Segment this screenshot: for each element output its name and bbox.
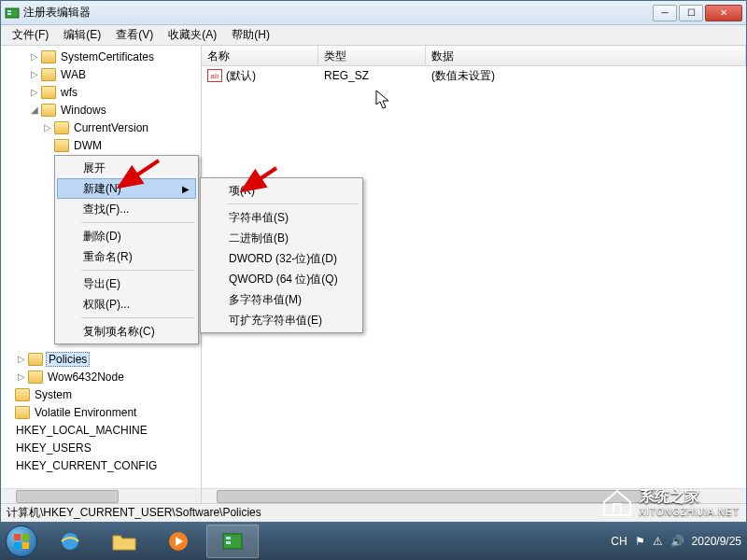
tree-item[interactable]: ▷WAB — [3, 65, 201, 83]
context-submenu-new[interactable]: 项(K)字符串值(S)二进制值(B)DWORD (32-位)值(D)QWORD … — [200, 177, 363, 333]
folder-icon — [111, 530, 137, 553]
svg-rect-1 — [7, 10, 11, 12]
menu-item[interactable]: 多字符串值(M) — [203, 289, 360, 310]
tree-item[interactable]: ▷wfs — [3, 83, 201, 101]
start-button[interactable] — [0, 523, 43, 560]
tree-item[interactable]: ▷Policies — [3, 350, 201, 368]
tree-item[interactable]: System — [3, 385, 201, 403]
menu-item-label: 删除(D) — [83, 229, 121, 245]
menu-item-label: QWORD (64 位)值(Q) — [229, 272, 338, 287]
tree-item[interactable]: HKEY_USERS — [3, 439, 201, 456]
taskbar-ie[interactable] — [44, 525, 96, 558]
taskbar-explorer[interactable] — [98, 525, 150, 558]
string-value-icon: ab — [207, 69, 222, 82]
menu-help[interactable]: 帮助(H) — [224, 25, 277, 45]
svg-rect-13 — [226, 537, 231, 539]
menu-item-label: 重命名(R) — [83, 249, 133, 265]
menu-favorites[interactable]: 收藏夹(A) — [161, 25, 224, 45]
menu-item[interactable]: 字符串值(S) — [203, 207, 360, 228]
taskbar[interactable]: CH ⚑ ⚠ 🔊 2020/9/25 — [0, 523, 747, 560]
tray-flag-icon[interactable]: ⚑ — [635, 535, 645, 548]
expand-icon[interactable]: ▷ — [16, 371, 27, 382]
menu-separator — [81, 270, 194, 271]
tray-volume-icon[interactable]: 🔊 — [670, 535, 684, 548]
tree-item[interactable]: DWM — [3, 136, 201, 154]
folder-icon — [54, 121, 69, 134]
menu-item[interactable]: 展开 — [57, 158, 196, 178]
tree-item-label: System — [33, 388, 74, 401]
menu-item-label: 项(K) — [229, 183, 255, 199]
menu-item[interactable]: 权限(P)... — [57, 294, 196, 315]
taskbar-wmp[interactable] — [152, 525, 204, 558]
folder-icon — [41, 68, 56, 81]
menu-item[interactable]: 项(K) — [203, 180, 360, 201]
tray-network-icon[interactable]: ⚠ — [653, 535, 663, 548]
taskbar-regedit[interactable] — [206, 525, 259, 558]
tree-item[interactable]: HKEY_LOCAL_MACHINE — [3, 421, 201, 439]
menu-item-label: 多字符串值(M) — [229, 292, 302, 308]
tree-item-label: Wow6432Node — [46, 371, 126, 384]
svg-rect-2 — [7, 13, 11, 15]
tree-item[interactable]: ▷CurrentVersion — [3, 119, 201, 136]
tray-ime[interactable]: CH — [611, 535, 627, 548]
tree-item[interactable]: ▷Wow6432Node — [3, 368, 201, 385]
svg-rect-14 — [226, 541, 231, 544]
maximize-button[interactable]: ☐ — [679, 5, 703, 21]
menu-separator — [81, 222, 194, 223]
tree-item-label: Policies — [46, 352, 90, 367]
col-data[interactable]: 数据 — [426, 46, 746, 65]
folder-icon — [15, 388, 30, 401]
menu-item-label: DWORD (32-位)值(D) — [229, 251, 337, 267]
menu-item[interactable]: 二进制值(B) — [203, 228, 360, 248]
tree-item[interactable]: ▷SystemCertificates — [3, 48, 201, 65]
expand-icon[interactable]: ▷ — [29, 51, 40, 62]
menu-item-label: 查找(F)... — [83, 202, 129, 217]
tree-item-label: HKEY_USERS — [14, 441, 93, 455]
menu-item[interactable]: 导出(E) — [57, 273, 196, 294]
svg-rect-8 — [14, 542, 21, 549]
expand-icon[interactable]: ▷ — [29, 87, 40, 97]
menu-item[interactable]: QWORD (64 位)值(Q) — [203, 269, 360, 289]
system-tray[interactable]: CH ⚑ ⚠ 🔊 2020/9/25 — [605, 535, 747, 548]
col-name[interactable]: 名称 — [202, 46, 318, 65]
tree-item-label: CurrentVersion — [72, 121, 150, 134]
folder-icon — [41, 86, 56, 99]
menu-item-label: 二进制值(B) — [229, 231, 289, 246]
tree-item[interactable]: ◢Windows — [3, 101, 201, 119]
tray-clock[interactable]: 2020/9/25 — [692, 535, 741, 548]
list-row[interactable]: ab(默认)REG_SZ(数值未设置) — [202, 66, 746, 85]
list-header[interactable]: 名称 类型 数据 — [202, 46, 746, 66]
submenu-arrow-icon: ▶ — [182, 184, 190, 194]
expand-icon[interactable]: ◢ — [29, 105, 40, 115]
tree-item[interactable]: HKEY_CURRENT_CONFIG — [3, 456, 201, 474]
folder-icon — [28, 371, 43, 384]
minimize-button[interactable]: ─ — [653, 5, 677, 21]
col-type[interactable]: 类型 — [318, 46, 426, 65]
menu-item[interactable]: 删除(D) — [57, 226, 196, 246]
menu-item-label: 展开 — [83, 161, 106, 176]
menu-item-label: 可扩充字符串值(E) — [229, 313, 322, 329]
expand-icon[interactable]: ▷ — [42, 122, 53, 133]
wmp-icon — [165, 530, 191, 553]
menu-item[interactable]: 可扩充字符串值(E) — [203, 310, 360, 330]
menu-item-label: 字符串值(S) — [229, 210, 289, 226]
menu-item[interactable]: 重命名(R) — [57, 246, 196, 267]
menu-item[interactable]: 新建(N)▶ — [57, 178, 196, 199]
menu-file[interactable]: 文件(F) — [5, 25, 56, 45]
expand-icon[interactable]: ▷ — [16, 354, 27, 364]
menu-edit[interactable]: 编辑(E) — [56, 25, 108, 45]
menu-view[interactable]: 查看(V) — [108, 25, 161, 45]
value-name: (默认) — [226, 69, 256, 82]
menu-item[interactable]: DWORD (32-位)值(D) — [203, 248, 360, 269]
tree-hscrollbar[interactable] — [1, 488, 201, 503]
tree-item-label: Volatile Environment — [33, 406, 138, 419]
menu-item[interactable]: 复制项名称(C) — [57, 321, 196, 342]
menu-item[interactable]: 查找(F)... — [57, 199, 196, 219]
svg-rect-7 — [22, 534, 29, 540]
context-menu[interactable]: 展开新建(N)▶查找(F)...删除(D)重命名(R)导出(E)权限(P)...… — [54, 155, 199, 344]
expand-icon[interactable]: ▷ — [29, 69, 40, 79]
tree-item[interactable]: Volatile Environment — [3, 403, 201, 421]
close-button[interactable]: ✕ — [705, 5, 742, 21]
folder-icon — [41, 104, 56, 117]
titlebar[interactable]: 注册表编辑器 ─ ☐ ✕ — [1, 1, 746, 25]
